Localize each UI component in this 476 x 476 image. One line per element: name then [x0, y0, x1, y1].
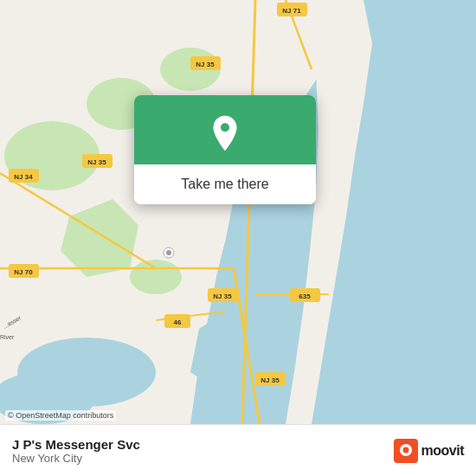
osm-attribution: © OpenStreetMap contributors	[5, 410, 116, 421]
moovit-logo: moovit	[394, 439, 464, 463]
svg-text:NJ 34: NJ 34	[14, 173, 33, 181]
popup-card: Take me there	[134, 95, 316, 204]
map-container: NJ 34 NJ 35 NJ 35 NJ 71 NJ 70 NJ 35 635 …	[0, 0, 476, 424]
svg-text:NJ 35: NJ 35	[196, 61, 215, 68]
bottom-bar: J P's Messenger Svc New York City moovit	[0, 424, 476, 476]
place-name: J P's Messenger Svc	[12, 437, 140, 452]
svg-text:46: 46	[174, 318, 182, 326]
svg-point-41	[221, 123, 229, 132]
svg-text:635: 635	[299, 293, 311, 300]
take-me-there-button[interactable]: Take me there	[134, 164, 316, 204]
svg-text:River: River	[0, 334, 15, 340]
location-pin-icon	[206, 114, 244, 152]
popup-green-area	[134, 95, 316, 164]
svg-text:NJ 70: NJ 70	[14, 268, 33, 276]
svg-text:NJ 35: NJ 35	[213, 293, 232, 300]
svg-point-44	[402, 447, 408, 453]
moovit-text: moovit	[421, 443, 464, 459]
svg-text:NJ 35: NJ 35	[87, 158, 106, 166]
svg-point-40	[166, 250, 171, 255]
bottom-left: J P's Messenger Svc New York City	[12, 437, 140, 465]
svg-text:NJ 35: NJ 35	[261, 376, 280, 384]
svg-text:NJ 71: NJ 71	[282, 7, 301, 15]
moovit-logo-icon	[394, 439, 418, 463]
place-city: New York City	[12, 452, 140, 465]
svg-point-6	[130, 260, 182, 294]
map-svg: NJ 34 NJ 35 NJ 35 NJ 71 NJ 70 NJ 35 635 …	[0, 0, 476, 424]
